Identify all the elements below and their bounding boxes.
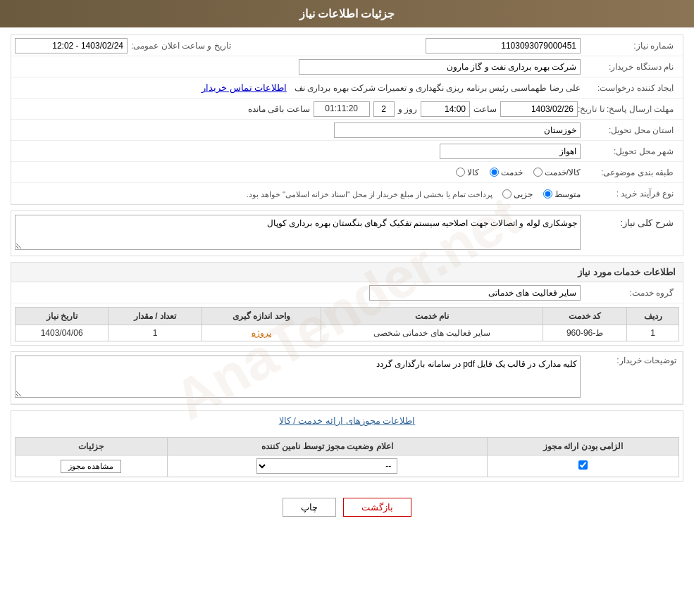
- city-value: [15, 144, 581, 159]
- cell-service-code: ط-96-960: [543, 325, 626, 341]
- requester-value: علی رضا طهماسبی رئیس برنامه ریزی نگهداری…: [15, 82, 581, 93]
- unit-link[interactable]: پروژه: [252, 328, 271, 338]
- col-permit-status: اعلام وضعیت مجوز توسط نامین کننده: [167, 438, 487, 455]
- services-table-header-row: ردیف کد خدمت نام خدمت واحد اندازه گیری ت…: [16, 308, 679, 325]
- purchase-type-row: نوع فرآیند خرید : متوسط جزیی پرداخت تمام…: [11, 183, 683, 204]
- category-label: طبقه بندی موضوعی:: [581, 168, 679, 177]
- category-option-kala[interactable]: کالا: [456, 168, 479, 177]
- cell-permit-status: --: [167, 455, 487, 477]
- print-button[interactable]: چاپ: [283, 498, 336, 517]
- permits-section: اطلاعات مجوزهای ارائه خدمت / کالا الزامی…: [11, 410, 683, 482]
- requester-contact-link[interactable]: اطلاعات تماس خریدار: [202, 82, 287, 93]
- cell-row-num: 1: [627, 325, 679, 341]
- deadline-label: مهلت ارسال پاسخ: تا تاریخ:: [578, 104, 679, 114]
- need-desc-value: جوشکاری لوله و اتصالات جهت اصلاحیه سیستم…: [15, 215, 581, 252]
- buyer-notes-textarea[interactable]: کلیه مدارک در قالب یک فایل pdf در سامانه…: [15, 356, 581, 398]
- category-option-khedmat[interactable]: خدمت: [490, 168, 523, 177]
- buyer-notes-label: توضیحات خریدار:: [584, 352, 683, 403]
- col-permit-details: جزئیات: [16, 438, 168, 455]
- services-section: اطلاعات خدمات مورد نیاز گروه خدمت: ردیف …: [11, 262, 683, 346]
- col-date: تاریخ نیاز: [16, 308, 109, 325]
- need-number-input[interactable]: [426, 38, 581, 54]
- deadline-date-input[interactable]: [500, 101, 578, 117]
- cell-permit-action: مشاهده مجوز: [16, 455, 168, 477]
- purchase-type-label-jozi: جزیی: [514, 189, 533, 199]
- view-permit-button[interactable]: مشاهده مجوز: [61, 460, 121, 473]
- service-group-value: [15, 285, 581, 301]
- announce-label: تاریخ و ساعت اعلان عمومی:: [131, 41, 237, 51]
- purchase-type-radio-motavaset[interactable]: [543, 189, 552, 199]
- province-input[interactable]: [334, 122, 581, 138]
- permits-table: الزامی بودن ارائه مجوز اعلام وضعیت مجوز …: [15, 437, 679, 477]
- deadline-remaining-label: ساعت باقی مانده: [248, 104, 310, 114]
- deadline-value: ساعت روز و 01:11:20 ساعت باقی مانده: [15, 101, 578, 117]
- category-radio-khedmat[interactable]: [490, 168, 499, 177]
- purchase-type-radio-jozi[interactable]: [502, 189, 512, 199]
- buyer-notes-section: توضیحات خریدار: کلیه مدارک در قالب یک فا…: [11, 351, 683, 405]
- col-row-num: ردیف: [627, 308, 679, 325]
- permit-required-checkbox[interactable]: [578, 460, 588, 470]
- requester-row: ایجاد کننده درخواست: علی رضا طهماسبی رئی…: [11, 77, 683, 99]
- cell-date: 1403/04/06: [16, 325, 109, 341]
- purchase-type-label-motavaset: متوسط: [554, 189, 581, 199]
- category-radio-kala[interactable]: [456, 168, 465, 177]
- table-row: 1 ط-96-960 سایر فعالیت های خدماتی شخصی پ…: [16, 325, 679, 341]
- permits-title[interactable]: اطلاعات مجوزهای ارائه خدمت / کالا: [11, 411, 683, 430]
- page-header: جزئیات اطلاعات نیاز: [0, 0, 694, 27]
- need-number-value: [251, 38, 581, 54]
- province-label: استان محل تحویل:: [581, 125, 679, 135]
- announce-input[interactable]: [15, 38, 128, 54]
- category-label-kala: کالا: [467, 168, 479, 177]
- permits-table-wrapper: الزامی بودن ارائه مجوز اعلام وضعیت مجوز …: [11, 430, 683, 481]
- permits-table-head: الزامی بودن ارائه مجوز اعلام وضعیت مجوز …: [16, 438, 679, 455]
- services-table-wrapper: ردیف کد خدمت نام خدمت واحد اندازه گیری ت…: [11, 303, 683, 345]
- service-group-row: گروه خدمت:: [11, 282, 683, 303]
- permits-header-row: الزامی بودن ارائه مجوز اعلام وضعیت مجوز …: [16, 438, 679, 455]
- table-row: -- مشاهده مجوز: [16, 455, 679, 477]
- buyer-org-input[interactable]: [299, 59, 581, 75]
- need-desc-label: شرح کلی نیاز:: [581, 215, 679, 228]
- category-radio-kala-khedmat[interactable]: [533, 168, 543, 177]
- purchase-type-option-motavaset[interactable]: متوسط: [543, 189, 581, 199]
- deadline-time-input[interactable]: [421, 101, 470, 117]
- col-service-code: کد خدمت: [543, 308, 626, 325]
- services-title: اطلاعات خدمات مورد نیاز: [11, 263, 683, 282]
- permit-status-select[interactable]: --: [256, 458, 397, 474]
- deadline-days-input[interactable]: [373, 101, 395, 117]
- city-input[interactable]: [440, 144, 581, 159]
- page-title: جزئیات اطلاعات نیاز: [299, 8, 395, 20]
- cell-unit: پروژه: [202, 325, 321, 341]
- need-desc-textarea[interactable]: جوشکاری لوله و اتصالات جهت اصلاحیه سیستم…: [15, 215, 581, 250]
- col-service-name: نام خدمت: [321, 308, 543, 325]
- requester-label: ایجاد کننده درخواست:: [581, 83, 679, 93]
- services-table: ردیف کد خدمت نام خدمت واحد اندازه گیری ت…: [15, 307, 679, 341]
- buyer-org-row: نام دستگاه خریدار:: [11, 56, 683, 77]
- purchase-type-note: پرداخت تمام یا بخشی از مبلغ خریدار از مح…: [247, 190, 493, 199]
- purchase-type-value: متوسط جزیی پرداخت تمام یا بخشی از مبلغ خ…: [15, 189, 581, 199]
- buyer-org-label: نام دستگاه خریدار:: [581, 62, 679, 72]
- purchase-type-label: نوع فرآیند خرید :: [581, 189, 679, 199]
- cell-permit-required: [487, 455, 678, 477]
- province-value: [15, 122, 581, 138]
- cell-service-name: سایر فعالیت های خدماتی شخصی: [321, 325, 543, 341]
- purchase-type-option-jozi[interactable]: جزیی: [502, 189, 533, 199]
- back-button[interactable]: بازگشت: [343, 498, 411, 517]
- need-desc-section: شرح کلی نیاز: جوشکاری لوله و اتصالات جهت…: [11, 210, 683, 256]
- bottom-buttons: بازگشت چاپ: [11, 487, 683, 527]
- service-group-input[interactable]: [369, 285, 581, 301]
- need-number-row: شماره نیاز: تاریخ و ساعت اعلان عمومی:: [11, 35, 683, 56]
- col-quantity: تعداد / مقدار: [109, 308, 202, 325]
- cell-quantity: 1: [109, 325, 202, 341]
- service-group-label: گروه خدمت:: [581, 288, 679, 298]
- main-info-section: شماره نیاز: تاریخ و ساعت اعلان عمومی: نا…: [11, 34, 683, 205]
- requester-text: علی رضا طهماسبی رئیس برنامه ریزی نگهداری…: [295, 83, 581, 93]
- deadline-countdown: 01:11:20: [314, 101, 370, 117]
- buyer-notes-row: توضیحات خریدار: کلیه مدارک در قالب یک فا…: [11, 352, 683, 404]
- need-number-label: شماره نیاز:: [581, 41, 679, 51]
- category-radio-group: کالا/خدمت خدمت کالا: [15, 168, 581, 177]
- col-unit: واحد اندازه گیری: [202, 308, 321, 325]
- deadline-days-label: روز و: [398, 104, 417, 114]
- category-option-kala-khedmat[interactable]: کالا/خدمت: [533, 168, 581, 177]
- province-row: استان محل تحویل:: [11, 120, 683, 141]
- deadline-row: مهلت ارسال پاسخ: تا تاریخ: ساعت روز و 01…: [11, 99, 683, 120]
